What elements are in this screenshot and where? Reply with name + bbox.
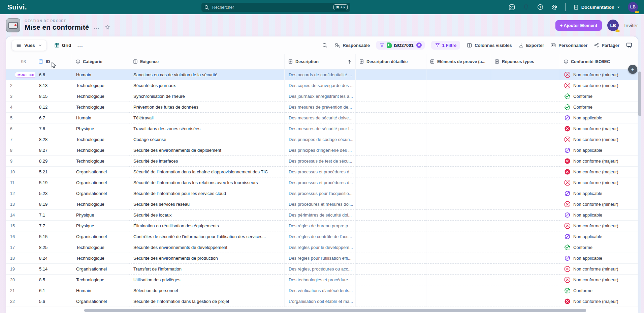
cell-reponses-types[interactable] xyxy=(491,231,560,242)
cell-reponses-types[interactable] xyxy=(491,275,560,285)
cell-exigence[interactable]: Sanctions en cas de violation de la sécu… xyxy=(129,69,285,80)
cell-reponses-types[interactable] xyxy=(491,264,560,275)
cell-description-detaillee[interactable] xyxy=(356,134,426,145)
cell-conformite[interactable]: Non applicable xyxy=(560,231,638,242)
presentation-icon[interactable] xyxy=(626,42,633,49)
cell-description-detaillee[interactable] xyxy=(356,231,426,242)
cell-elements-preuve[interactable] xyxy=(426,296,491,307)
cell-exigence[interactable]: Sécurité de l'information pour les servi… xyxy=(129,188,285,199)
cell-elements-preuve[interactable] xyxy=(426,221,491,231)
table-row[interactable]: 13 8.19 Technologique Sécurité des servi… xyxy=(6,199,638,210)
search-input[interactable] xyxy=(212,5,331,10)
cell-conformite[interactable]: Non conforme (mineur) xyxy=(560,264,638,275)
cell-exigence[interactable]: Sécurité des journaux xyxy=(129,80,285,91)
cell-exigence[interactable]: Prévention des fuites de données xyxy=(129,102,285,113)
remove-filter-icon[interactable]: ✕ xyxy=(416,42,422,48)
cell-elements-preuve[interactable] xyxy=(426,69,491,80)
cell-description-detaillee[interactable] xyxy=(356,296,426,307)
workspace-switcher[interactable]: Documentation xyxy=(573,4,620,10)
table-search-icon[interactable] xyxy=(322,42,328,48)
cell-elements-preuve[interactable] xyxy=(426,231,491,242)
cell-categorie[interactable]: Technologique xyxy=(72,145,129,156)
horizontal-scrollbar[interactable] xyxy=(84,309,586,312)
cell-description-detaillee[interactable] xyxy=(356,177,426,188)
customize-button[interactable]: Personnaliser xyxy=(550,42,587,48)
cell-exigence[interactable]: Sécurité des locaux xyxy=(129,210,285,221)
views-menu-button[interactable]: Vues xyxy=(11,40,47,51)
table-row[interactable]: 10 5.21 Organisationnel Sécurité de l'in… xyxy=(6,167,638,177)
cell-id[interactable]: 5.21 xyxy=(35,167,72,177)
cell-elements-preuve[interactable] xyxy=(426,102,491,113)
cell-conformite[interactable]: Non conforme (mineur) xyxy=(560,199,638,210)
cell-conformite[interactable]: Non applicable xyxy=(560,188,638,199)
cell-reponses-types[interactable] xyxy=(491,210,560,221)
cell-exigence[interactable]: Sécurité des environnements de productio… xyxy=(129,253,285,264)
cell-id[interactable]: 8.12 xyxy=(35,102,72,113)
cell-description-detaillee[interactable] xyxy=(356,145,426,156)
cell-elements-preuve[interactable] xyxy=(426,123,491,134)
cell-id[interactable]: 5.6 xyxy=(35,296,72,307)
cell-description-detaillee[interactable] xyxy=(356,275,426,285)
cell-description-detaillee[interactable] xyxy=(356,80,426,91)
cell-elements-preuve[interactable] xyxy=(426,113,491,123)
cell-id[interactable]: 7.1 xyxy=(35,210,72,221)
table-row[interactable]: 3 8.15 Technologique Synchronisation de … xyxy=(6,91,638,102)
global-search[interactable]: ⌘ + k xyxy=(201,3,350,12)
cell-categorie[interactable]: Technologique xyxy=(72,156,129,167)
cell-description[interactable]: Des processus et procédures d... xyxy=(285,177,356,188)
cell-categorie[interactable]: Technologique xyxy=(72,242,129,253)
add-column-button[interactable]: + xyxy=(628,65,637,74)
table-row[interactable]: 19 5.14 Organisationnel Transfert de l'i… xyxy=(6,264,638,275)
table-row[interactable]: 7 8.28 Technologique Codage sécurisé Des… xyxy=(6,134,638,145)
cell-id[interactable]: 8.29 xyxy=(35,156,72,167)
project-icon[interactable] xyxy=(6,18,20,32)
cell-reponses-types[interactable] xyxy=(491,80,560,91)
cell-reponses-types[interactable] xyxy=(491,134,560,145)
settings-icon[interactable] xyxy=(551,4,558,11)
cell-exigence[interactable]: Élimination ou réutilisation des équipem… xyxy=(129,221,285,231)
cell-id[interactable]: 6.1 xyxy=(35,285,72,296)
filter-count-button[interactable]: 1 Filtre xyxy=(431,41,460,50)
cell-categorie[interactable]: Organisationnel xyxy=(72,231,129,242)
cell-reponses-types[interactable] xyxy=(491,123,560,134)
table-row[interactable]: 16 5.15 Organisationnel Contrôles de séc… xyxy=(6,231,638,242)
cell-description-detaillee[interactable] xyxy=(356,156,426,167)
cell-categorie[interactable]: Technologique xyxy=(72,275,129,285)
cell-elements-preuve[interactable] xyxy=(426,91,491,102)
cell-exigence[interactable]: Sécurité de l'information dans la chaîne… xyxy=(129,167,285,177)
cell-conformite[interactable]: Non applicable xyxy=(560,253,638,264)
cell-categorie[interactable]: Organisationnel xyxy=(72,188,129,199)
column-header-7[interactable]: Conformité ISO/IEC xyxy=(560,54,638,69)
cell-categorie[interactable]: Physique xyxy=(72,123,129,134)
cell-conformite[interactable]: Non conforme (mineur) xyxy=(560,177,638,188)
cell-categorie[interactable]: Technologique xyxy=(72,199,129,210)
filter-chip-iso27001[interactable]: ISO27001 ✕ xyxy=(376,41,425,50)
cell-conformite[interactable]: Non conforme (mineur) xyxy=(560,69,638,80)
cell-exigence[interactable]: Sécurité de l'information dans la gestio… xyxy=(129,296,285,307)
cell-description[interactable]: Des mesures de sécurité pour l... xyxy=(285,123,356,134)
cell-elements-preuve[interactable] xyxy=(426,134,491,145)
cell-description[interactable]: Des vérifications d'antécédents... xyxy=(285,285,356,296)
cell-id[interactable]: 8.15 xyxy=(35,91,72,102)
cell-categorie[interactable]: Physique xyxy=(72,221,129,231)
cell-description-detaillee[interactable] xyxy=(356,264,426,275)
cell-exigence[interactable]: Sélection du personnel xyxy=(129,285,285,296)
member-avatar[interactable]: LB xyxy=(607,20,619,31)
cell-description[interactable]: Des règles pour l'utilisation effi... xyxy=(285,253,356,264)
cell-elements-preuve[interactable] xyxy=(426,167,491,177)
export-button[interactable]: Exporter xyxy=(518,42,544,48)
column-header-4[interactable]: Description détaillée xyxy=(356,54,426,69)
table-row[interactable]: 4 8.12 Technologique Prévention des fuit… xyxy=(6,102,638,113)
column-header-1[interactable]: Catégorie xyxy=(72,54,129,69)
cell-categorie[interactable]: Organisationnel xyxy=(72,167,129,177)
cell-reponses-types[interactable] xyxy=(491,296,560,307)
cell-description[interactable]: Des processus et procédures d... xyxy=(285,167,356,177)
cell-conformite[interactable]: Non applicable xyxy=(560,113,638,123)
cell-conformite[interactable]: Conforme xyxy=(560,91,638,102)
cell-exigence[interactable]: Sécurité de l'information dans les relat… xyxy=(129,177,285,188)
cell-description[interactable]: Des règles, procédures ou acc... xyxy=(285,264,356,275)
cell-description-detaillee[interactable] xyxy=(356,199,426,210)
cell-description[interactable]: Des journaux enregistrant les a... xyxy=(285,91,356,102)
cell-reponses-types[interactable] xyxy=(491,199,560,210)
cell-description[interactable]: Des accords de confidentialité ... xyxy=(285,69,356,80)
